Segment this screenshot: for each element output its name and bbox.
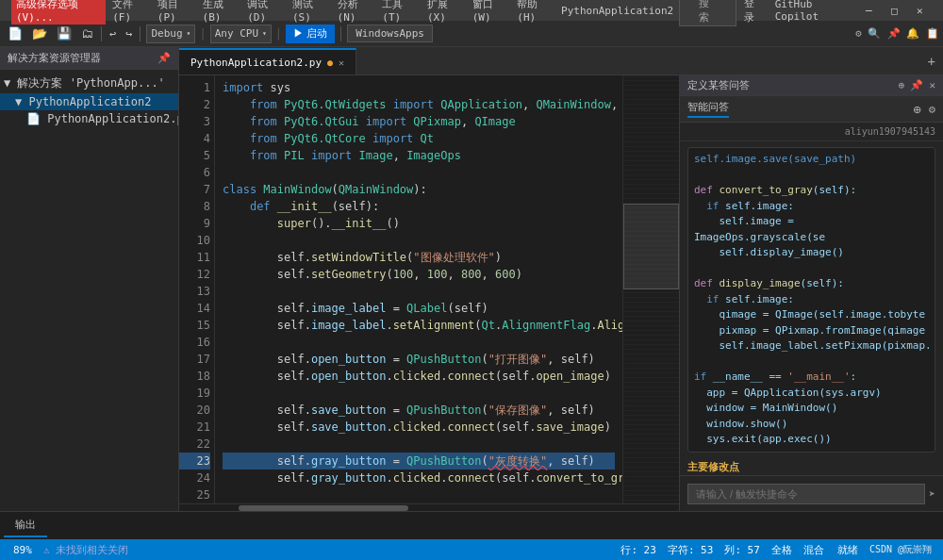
horizontal-scrollbar[interactable] (179, 503, 679, 511)
tree-item-project[interactable]: ▼ PythonApplication2 (0, 93, 178, 110)
code-line-20: self.save_button = QPushButton("保存图像", s… (223, 402, 615, 419)
status-zoom[interactable]: 89% (8, 544, 38, 556)
chevron-down-icon-2: ▾ (262, 29, 267, 38)
windows-apps-label[interactable]: WindowsApps (347, 25, 433, 42)
code-line-15: self.image_label.setAlignment(Qt.Alignme… (223, 317, 615, 334)
menu-test[interactable]: 测试(S) (288, 0, 331, 25)
ai-panel-top-header: 定义某答问答 ⊕ 📌 ✕ (680, 75, 943, 96)
code-line-4: from PyQt6.QtCore import Qt (223, 130, 615, 147)
ai-add-icon[interactable]: ⊕ (913, 102, 920, 117)
start-button[interactable]: ▶ 启动 (286, 25, 335, 43)
status-ready: 就绪 (830, 543, 866, 557)
ai-close-icon[interactable]: ✕ (929, 79, 935, 91)
new-file-icon[interactable]: 📄 (4, 25, 26, 42)
menu-advanced[interactable]: 高级保存选项(V)... (11, 0, 106, 25)
status-pos[interactable]: 列: 57 (719, 543, 766, 557)
csdn-watermark: CSDN @阮崇翔 (866, 543, 935, 556)
status-bar: 89% ⚠ 未找到相关关闭 行: 23 字符: 53 列: 57 全格 混合 就… (0, 539, 943, 560)
debug-dropdown[interactable]: Debug ▾ (146, 25, 195, 43)
ai-panel-top-title: 定义某答问答 (687, 78, 750, 92)
ai-user-id: aliyun1907945143 (845, 126, 935, 137)
menu-help[interactable]: 帮助(H) (512, 0, 555, 25)
redo-icon[interactable]: ↪ (122, 25, 136, 42)
ai-panel-top-icons: ⊕ 📌 ✕ (899, 79, 935, 91)
status-encoding[interactable]: 全格 (766, 543, 798, 557)
code-line-2: from PyQt6.QtWidgets import QApplication… (223, 96, 615, 113)
code-line-10 (223, 232, 615, 249)
status-warning[interactable]: ⚠ 未找到相关关闭 (38, 543, 134, 557)
status-eol[interactable]: 混合 (798, 543, 830, 557)
win-close[interactable]: ✕ (908, 0, 932, 21)
tree-item-file[interactable]: 📄 PythonApplication2.py (0, 110, 178, 127)
solution-tree: ▼ 解决方案 'PythonApp...' ▼ PythonApplicatio… (0, 70, 178, 511)
tab-close-btn[interactable]: ✕ (339, 58, 344, 68)
ai-code-response: self.image.save(save_path) def convert_t… (687, 147, 935, 453)
expand-icon: ▼ (4, 76, 10, 90)
separator-2 (140, 26, 141, 41)
win-minimize[interactable]: ─ (857, 0, 881, 21)
separator-3 (340, 26, 341, 41)
pin-icon[interactable]: 📌 (157, 52, 171, 64)
code-content[interactable]: import sys from PyQt6.QtWidgets import Q… (215, 75, 622, 503)
menu-project[interactable]: 项目(P) (153, 0, 196, 25)
platform-dropdown[interactable]: Any CPU ▾ (210, 25, 272, 43)
status-line[interactable]: 行: 23 (615, 543, 662, 557)
tree-item-solution[interactable]: ▼ 解决方案 'PythonApp...' (0, 74, 178, 93)
ai-subtitle-label[interactable]: 智能问答 (687, 100, 729, 118)
tab-python-file[interactable]: PythonApplication2.py ● ✕ (179, 48, 356, 74)
editor-tabs-bar: PythonApplication2.py ● ✕ + (179, 47, 943, 75)
undo-icon[interactable]: ↩ (106, 25, 120, 42)
menu-extensions[interactable]: 扩展(X) (422, 0, 466, 25)
ai-settings-icon[interactable]: ⚙ (929, 103, 935, 116)
status-col[interactable]: 字符: 53 (662, 543, 720, 557)
menu-file[interactable]: 文件(F) (108, 0, 151, 25)
ai-user-info: aliyun1907945143 (680, 123, 943, 141)
platform-label: Any CPU (215, 27, 258, 40)
ai-expand-icon[interactable]: ⊕ (899, 79, 905, 91)
code-line-9: super().__init__() (223, 215, 615, 232)
open-file-icon[interactable]: 📂 (28, 25, 51, 42)
ai-subtitle-bar: 智能问答 ⊕ ⚙ (680, 96, 943, 123)
ai-section-title: 主要修改点 (687, 460, 935, 476)
output-tab[interactable]: 输出 (4, 514, 47, 537)
scrollbar-thumb[interactable] (239, 505, 408, 511)
code-line-23: self.gray_button = QPushButton("灰度转换", s… (223, 453, 615, 469)
menu-tools[interactable]: 工具(T) (377, 0, 421, 25)
ai-send-btn[interactable]: ➤ (929, 487, 935, 501)
menu-window[interactable]: 窗口(W) (468, 0, 511, 25)
code-line-3: from PyQt6.QtGui import QPixmap, QImage (223, 113, 615, 130)
code-line-8: def __init__(self): (223, 198, 615, 215)
menu-analyze[interactable]: 分析(N) (333, 0, 376, 25)
ai-panel: 定义某答问答 ⊕ 📌 ✕ 智能问答 ⊕ ⚙ aliyun190794 (679, 75, 943, 511)
line-numbers: 12345 678910 1112131415 1617181920 2122 … (179, 75, 215, 503)
code-editor-container: 12345 678910 1112131415 1617181920 2122 … (179, 75, 679, 511)
code-line-14: self.image_label = QLabel(self) (223, 300, 615, 317)
title-bar: 高级保存选项(V)... 文件(F) 项目(P) 生成(B) 调试(D) 测试(… (0, 0, 943, 21)
modified-indicator: ● (327, 58, 333, 68)
expand-icon-2: ▼ (15, 95, 22, 108)
chevron-down-icon: ▾ (187, 29, 191, 38)
code-line-5: from PIL import Image, ImageOps (223, 147, 615, 164)
win-maximize[interactable]: □ (883, 0, 906, 21)
code-line-1: import sys (223, 79, 615, 96)
code-line-24: self.gray_button.clicked.connect(self.co… (223, 469, 615, 486)
editor-right-wrapper: PythonApplication2.py ● ✕ + 12345 678910… (179, 47, 943, 511)
ai-input[interactable] (687, 484, 925, 504)
save-icon[interactable]: 💾 (53, 25, 75, 42)
code-line-18: self.open_button.clicked.connect(self.op… (223, 368, 615, 385)
copilot-label[interactable]: GitHub Copilot (769, 0, 855, 25)
minimap (622, 75, 679, 503)
code-line-7: class MainWindow(QMainWindow): (223, 181, 615, 198)
sign-in-btn[interactable]: 登录 (738, 0, 768, 26)
menu-build[interactable]: 生成(B) (198, 0, 241, 25)
ai-pin-icon[interactable]: 📌 (910, 79, 923, 91)
menu-debug[interactable]: 调试(D) (242, 0, 286, 25)
code-line-19 (223, 385, 615, 402)
save-all-icon[interactable]: 🗂 (77, 25, 97, 42)
code-line-12: self.setGeometry(100, 100, 800, 600) (223, 266, 615, 283)
search-box[interactable]: 搜索 (679, 0, 736, 26)
warning-icon: ⚠ (43, 544, 50, 556)
code-line-17: self.open_button = QPushButton("打开图像", s… (223, 351, 615, 368)
solution-header-label: 解决方案资源管理器 (8, 51, 101, 65)
new-tab-btn[interactable]: + (920, 54, 943, 69)
